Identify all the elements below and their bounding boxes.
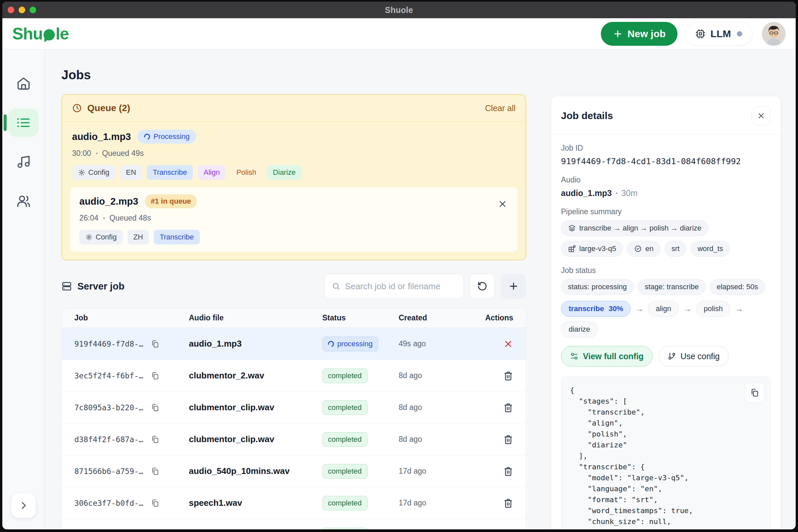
add-job-button[interactable] bbox=[501, 273, 526, 299]
model-chip: large-v3-q5 bbox=[561, 241, 623, 257]
active-stage-name: transcribe bbox=[569, 304, 604, 313]
jobs-table: Job Audio file Status Created Actions 91… bbox=[61, 308, 526, 529]
trash-icon bbox=[503, 466, 513, 476]
avatar-image bbox=[762, 22, 786, 46]
table-row[interactable]: 919f4469-f7d8-… audio_1.mp3 processing 4… bbox=[62, 328, 526, 360]
git-branch-icon bbox=[668, 352, 676, 361]
table-row[interactable]: 306ce3f7-b0fd-… speech1.wav completed 17… bbox=[62, 487, 526, 519]
zoom-window-button[interactable] bbox=[30, 7, 36, 13]
table-row[interactable]: 4c13beef-70f0-… audio_540p_10mins.wav co… bbox=[62, 519, 526, 529]
delete-job-button[interactable] bbox=[503, 466, 513, 476]
x-icon bbox=[503, 339, 513, 349]
created-time: 8d ago bbox=[399, 403, 483, 412]
pipeline-summary-label: Pipeline summary bbox=[561, 207, 771, 216]
copy-id-button[interactable] bbox=[151, 403, 159, 412]
spinner-icon bbox=[143, 133, 151, 141]
search-input[interactable] bbox=[345, 281, 456, 291]
status-badge: processing bbox=[322, 337, 378, 351]
use-config-button[interactable]: Use config bbox=[658, 346, 729, 366]
copy-id-button[interactable] bbox=[151, 467, 159, 476]
arrow-icon: → bbox=[635, 304, 643, 314]
table-row[interactable]: 7c8095a3-b220-… clubmentor_clip.wav comp… bbox=[62, 392, 526, 423]
plus-icon bbox=[613, 29, 623, 39]
sidebar-item-speakers[interactable] bbox=[8, 187, 39, 215]
delete-job-button[interactable] bbox=[503, 371, 513, 381]
app-logo: Shule bbox=[12, 24, 69, 43]
arrow-icon: → bbox=[684, 304, 691, 314]
column-actions: Actions bbox=[483, 314, 513, 322]
copy-id-button[interactable] bbox=[151, 499, 159, 508]
queue-item-filename: audio_1.mp3 bbox=[72, 131, 131, 142]
status-badge: completed bbox=[322, 368, 367, 383]
cancel-job-button[interactable] bbox=[503, 339, 513, 349]
new-job-button[interactable]: New job bbox=[601, 22, 677, 46]
sidebar-item-home[interactable] bbox=[8, 69, 39, 98]
refresh-button[interactable] bbox=[470, 273, 495, 299]
config-chip[interactable]: Config bbox=[72, 165, 115, 180]
job-details-panel: Job details Job ID 919f4469-f7d8-4cd1-83… bbox=[551, 96, 781, 529]
queue-item-chips: Config ZH Transcribe bbox=[79, 230, 508, 244]
audio-filename: speech1.wav bbox=[189, 498, 322, 508]
pipeline-chips: transcribe → align → polish → diarize la… bbox=[561, 220, 771, 257]
delete-job-button[interactable] bbox=[503, 403, 513, 413]
language-chip: EN bbox=[120, 165, 142, 180]
queue-item-meta: 30:00 Queued 49s bbox=[72, 149, 515, 158]
delete-job-button[interactable] bbox=[503, 435, 513, 444]
sidebar-item-jobs[interactable] bbox=[8, 109, 39, 137]
audio-filename: audio_540p_10mins.wav bbox=[189, 466, 322, 476]
clock-icon bbox=[72, 103, 82, 113]
status-badge: completed bbox=[322, 496, 367, 510]
created-time: 8d ago bbox=[399, 435, 483, 444]
config-chip[interactable]: Config bbox=[79, 230, 123, 244]
table-row[interactable]: d38f4f2f-687a-… clubmentor_clip.wav comp… bbox=[62, 423, 526, 455]
list-icon bbox=[16, 115, 31, 130]
copy-id-button[interactable] bbox=[151, 435, 159, 444]
llm-button[interactable]: LLM bbox=[685, 22, 752, 46]
audio-filename: clubmentor_clip.wav bbox=[189, 434, 322, 444]
view-full-config-button[interactable]: View full config bbox=[561, 346, 653, 366]
model-grid-icon bbox=[568, 245, 576, 253]
badge-check-icon bbox=[634, 245, 642, 253]
remove-from-queue-button[interactable] bbox=[497, 199, 508, 209]
divider bbox=[551, 134, 781, 134]
trash-icon bbox=[503, 498, 513, 508]
job-id: 306ce3f7-b0fd-… bbox=[74, 499, 143, 508]
logo-text-suffix: le bbox=[55, 24, 69, 43]
copy-icon bbox=[151, 403, 159, 412]
sidebar-item-audio[interactable] bbox=[8, 148, 39, 176]
use-config-label: Use config bbox=[681, 352, 720, 361]
status-label: completed bbox=[328, 499, 362, 508]
copy-id-button[interactable] bbox=[151, 372, 159, 380]
job-id: 919f4469-f7d8-… bbox=[74, 340, 143, 348]
delete-job-button[interactable] bbox=[503, 498, 513, 508]
config-chip-label: Config bbox=[96, 233, 117, 242]
status-badge: completed bbox=[322, 464, 367, 479]
duration-text: 26:04 bbox=[79, 214, 98, 223]
clear-all-button[interactable]: Clear all bbox=[485, 103, 515, 113]
column-audio-file: Audio file bbox=[189, 314, 322, 322]
main-area: Jobs Queue (2) Clear all audio_1.mp3 bbox=[45, 50, 796, 529]
config-buttons: View full config Use config bbox=[561, 346, 771, 366]
elapsed-chip: elapsed: 50s bbox=[710, 279, 765, 295]
sidebar-expand-button[interactable] bbox=[11, 493, 36, 518]
column-status: Status bbox=[322, 314, 399, 322]
close-window-button[interactable] bbox=[7, 7, 14, 13]
close-panel-button[interactable] bbox=[751, 106, 771, 126]
settings-sliders-icon bbox=[570, 352, 579, 361]
table-row[interactable]: 871566b6-a759-… audio_540p_10mins.wav co… bbox=[62, 455, 526, 487]
copy-icon bbox=[151, 467, 159, 476]
copy-id-button[interactable] bbox=[151, 340, 159, 348]
config-chip-label: Config bbox=[88, 168, 110, 177]
config-json-box: { "stages": [ "transcribe", "align", "po… bbox=[561, 377, 771, 529]
user-avatar[interactable] bbox=[762, 22, 786, 46]
minimize-window-button[interactable] bbox=[19, 7, 25, 13]
table-row[interactable]: 3ec5f2f4-f6bf-… clubmentor_2.wav complet… bbox=[62, 360, 526, 392]
arrow-icon: → bbox=[735, 304, 743, 314]
music-icon bbox=[16, 155, 31, 169]
status-badge: completed bbox=[322, 528, 367, 530]
close-icon bbox=[497, 199, 508, 209]
app-body: Jobs Queue (2) Clear all audio_1.mp3 bbox=[2, 50, 796, 529]
status-label: processing bbox=[337, 340, 373, 348]
layers-icon bbox=[568, 224, 576, 232]
copy-config-button[interactable] bbox=[745, 383, 764, 403]
